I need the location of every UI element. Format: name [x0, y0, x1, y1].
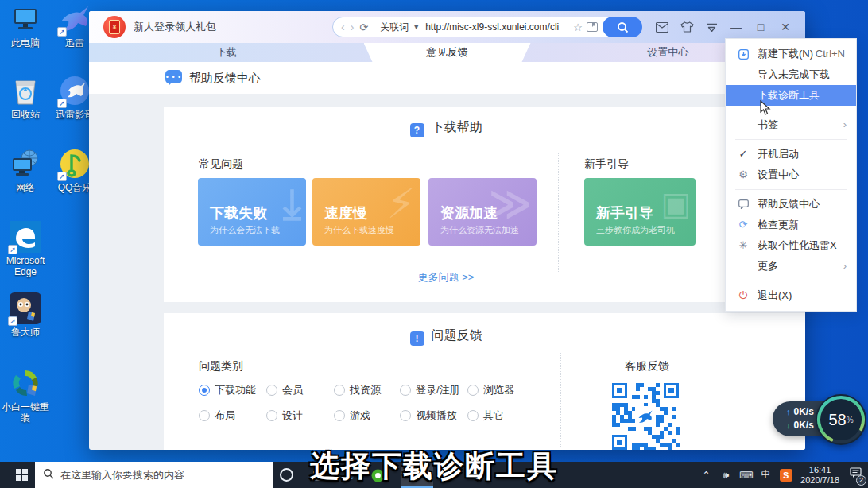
ms-edge-icon: ➚ — [10, 221, 41, 253]
question-badge-icon: ? — [410, 123, 424, 137]
url-text[interactable]: http://misc-xl9-ssl.xunlei.com/cli — [425, 21, 569, 33]
radio-find-resource[interactable]: 找资源 — [334, 383, 381, 397]
desktop-icon-recycle-bin[interactable]: 回收站 — [0, 75, 51, 120]
menu-item-more[interactable]: 更多› — [726, 256, 856, 277]
usage-gauge-widget[interactable]: 58% — [816, 394, 866, 445]
menu-item-new-download[interactable]: 新建下载(N) Ctrl+N — [726, 44, 856, 64]
qq-music-icon: ➚ — [59, 148, 91, 180]
feedback-panel: !问题反馈 问题类别 下载功能 会员 找资源 登录/注册 浏览器 布局 设计 游… — [164, 313, 805, 450]
refresh-icon[interactable]: ⟳ — [359, 21, 368, 33]
close-button[interactable]: ✕ — [777, 18, 794, 36]
radio-layout[interactable]: 布局 — [199, 409, 235, 423]
divider — [735, 281, 847, 281]
tab-feedback[interactable]: 意见反馈 — [364, 43, 531, 62]
lightning-watermark-icon: ⚡ — [386, 180, 416, 227]
menu-item-exit[interactable]: ⏻退出(X) — [726, 285, 856, 306]
back-icon[interactable]: ‹ — [341, 21, 345, 33]
promo-title[interactable]: 新人登录领大礼包 — [134, 11, 216, 43]
desktop-icon-ludashi[interactable]: ➚ 鲁大师 — [0, 292, 51, 338]
download-speed: 0K/s — [794, 420, 814, 431]
menu-item-personalized[interactable]: ✳获取个性化迅雷X — [726, 235, 856, 256]
tab-download[interactable]: 下载 — [89, 43, 364, 62]
minimize-button[interactable]: — — [727, 18, 745, 36]
maximize-button[interactable]: □ — [752, 18, 769, 36]
category-label: 问题类别 — [199, 359, 243, 374]
xunlei-bird-icon: ➚ — [59, 3, 91, 35]
xunlei-player-icon: ➚ — [59, 75, 91, 107]
shortcut-arrow-icon: ➚ — [57, 99, 67, 108]
card-beginner-guide[interactable]: ▣ 新手引导 三步教你成为老司机 — [584, 178, 696, 246]
more-questions-link[interactable]: 更多问题 >> — [164, 270, 728, 285]
guide-label: 新手引导 — [584, 157, 629, 172]
radio-membership[interactable]: 会员 — [266, 383, 303, 397]
new-download-icon — [736, 44, 750, 64]
desktop-icon-ms-edge[interactable]: ➚ Microsoft Edge — [0, 221, 51, 277]
download-help-panel: ?下载帮助 常见问题 ⤓ 下载失败 为什么会无法下载 ⚡ 速度慢 为什么下载速度… — [164, 107, 805, 302]
divider — [374, 22, 374, 33]
divider — [558, 153, 559, 272]
down-arrow-watermark-icon: ⤓ — [283, 180, 301, 227]
promo-gift-icon[interactable]: ¥ — [103, 16, 126, 38]
divider — [735, 189, 847, 190]
power-icon: ⏻ — [736, 285, 750, 306]
xiaobai-icon — [10, 367, 41, 399]
menu-item-settings[interactable]: ⚙设置中心 — [726, 165, 856, 185]
card-slow-speed[interactable]: ⚡ 速度慢 为什么下载速度慢 — [312, 178, 420, 246]
shortcut-text: Ctrl+N — [816, 44, 845, 64]
shortcut-arrow-icon: ➚ — [57, 172, 67, 181]
favorite-star-icon[interactable]: ☆ — [573, 21, 583, 33]
card-resource-boost[interactable]: ≫ 资源加速 为什么资源无法加速 — [428, 178, 537, 246]
divider — [560, 353, 561, 447]
radio-video-playback[interactable]: 视频播放 — [400, 409, 457, 423]
card-download-fail[interactable]: ⤓ 下载失败 为什么会无法下载 — [198, 178, 306, 246]
divider — [735, 110, 847, 110]
radio-design[interactable]: 设计 — [266, 409, 303, 423]
desktop-icon-network[interactable]: 网络 — [0, 148, 51, 193]
chevron-right-icon: › — [843, 256, 847, 277]
menu-item-help-feedback[interactable]: 帮助反馈中心 — [726, 194, 856, 215]
menu-item-startup[interactable]: ✓开机启动 — [726, 144, 856, 165]
radio-browser[interactable]: 浏览器 — [467, 383, 514, 397]
shortcut-arrow-icon: ➚ — [8, 316, 17, 326]
feedback-section-title: !问题反馈 — [164, 327, 728, 346]
chat-icon — [736, 194, 750, 215]
main-menu-icon[interactable] — [703, 18, 720, 36]
upload-speed: 0K/s — [794, 406, 814, 417]
download-arrow-icon: ↓ — [786, 420, 791, 430]
skin-shirt-icon[interactable] — [678, 18, 696, 36]
this-pc-icon — [10, 3, 41, 35]
desktop-icon-xiaobai[interactable]: 小白一键重装 — [0, 367, 51, 424]
mail-icon[interactable] — [653, 18, 671, 36]
qr-label: 客服反馈 — [625, 359, 669, 374]
search-button[interactable] — [603, 17, 642, 37]
radio-download-feature[interactable]: 下载功能 — [199, 383, 256, 397]
desktop-icon-this-pc[interactable]: 此电脑 — [0, 3, 51, 48]
sparkle-icon: ✳ — [736, 235, 750, 256]
upload-arrow-icon: ↑ — [786, 407, 791, 416]
radio-other[interactable]: 其它 — [467, 409, 504, 423]
radio-login-register[interactable]: 登录/注册 — [400, 383, 460, 397]
xunlei-bird-logo — [635, 406, 656, 427]
menu-item-check-update[interactable]: ⟳检查更新 — [726, 215, 856, 235]
video-subtitle: 选择下载诊断工具 — [0, 447, 868, 486]
chevron-down-icon[interactable]: ▼ — [413, 23, 420, 31]
shortcut-arrow-icon: ➚ — [8, 245, 17, 254]
tab-strip: 下载 意见反馈 设置中心 — [89, 43, 805, 62]
forward-icon[interactable]: › — [351, 21, 355, 33]
main-dropdown-menu: 新建下载(N) Ctrl+N 导入未完成下载 下载诊断工具 书签› ✓开机启动 … — [725, 38, 857, 312]
ludashi-icon: ➚ — [10, 292, 41, 324]
keyword-dropdown[interactable]: 关联词 — [380, 21, 409, 34]
gear-icon: ⚙ — [736, 165, 750, 185]
exclamation-badge-icon: ! — [410, 331, 424, 346]
menu-item-download-diagnostic[interactable]: 下载诊断工具 — [726, 85, 856, 106]
add-bookmark-icon[interactable] — [587, 22, 598, 32]
chat-bubble-icon: • • • — [165, 70, 182, 86]
radio-game[interactable]: 游戏 — [334, 409, 370, 423]
menu-item-import-unfinished[interactable]: 导入未完成下载 — [726, 64, 856, 85]
page-title: 帮助反馈中心 — [189, 62, 261, 94]
faq-label: 常见问题 — [199, 157, 243, 172]
page-header: • • • 帮助反馈中心 — [89, 62, 805, 94]
address-bar[interactable]: ‹ › ⟳ 关联词 ▼ http://misc-xl9-ssl.xunlei.c… — [332, 17, 642, 37]
divider — [735, 139, 847, 140]
menu-item-bookmarks[interactable]: 书签› — [726, 114, 856, 135]
